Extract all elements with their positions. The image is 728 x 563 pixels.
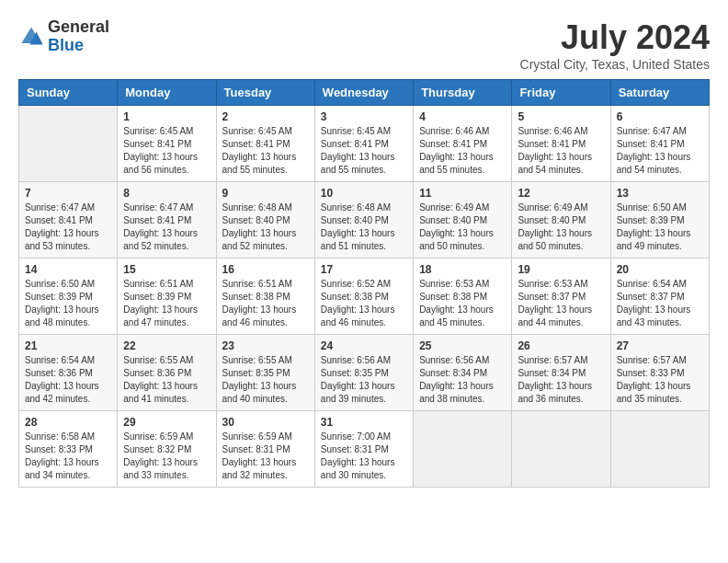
calendar-cell: 27Sunrise: 6:57 AMSunset: 8:33 PMDayligh… xyxy=(610,335,709,411)
calendar-cell: 2Sunrise: 6:45 AMSunset: 8:41 PMDaylight… xyxy=(216,106,314,182)
day-info: Sunrise: 6:53 AMSunset: 8:38 PMDaylight:… xyxy=(419,278,506,329)
day-number: 1 xyxy=(123,110,210,123)
calendar-cell: 14Sunrise: 6:50 AMSunset: 8:39 PMDayligh… xyxy=(19,259,118,335)
day-info: Sunrise: 6:56 AMSunset: 8:35 PMDaylight:… xyxy=(321,354,407,406)
calendar-cell xyxy=(512,411,610,488)
day-info: Sunrise: 6:48 AMSunset: 8:40 PMDaylight:… xyxy=(222,201,309,253)
calendar-cell: 21Sunrise: 6:54 AMSunset: 8:36 PMDayligh… xyxy=(19,335,118,411)
day-info: Sunrise: 6:47 AMSunset: 8:41 PMDaylight:… xyxy=(617,125,703,177)
day-number: 30 xyxy=(222,416,309,429)
day-info: Sunrise: 6:50 AMSunset: 8:39 PMDaylight:… xyxy=(617,201,703,253)
day-number: 24 xyxy=(321,339,407,352)
weekday-header-thursday: Thursday xyxy=(414,80,512,106)
day-number: 7 xyxy=(25,187,111,200)
day-info: Sunrise: 6:59 AMSunset: 8:31 PMDaylight:… xyxy=(222,431,309,482)
calendar-cell: 6Sunrise: 6:47 AMSunset: 8:41 PMDaylight… xyxy=(610,106,709,182)
calendar-week-row: 7Sunrise: 6:47 AMSunset: 8:41 PMDaylight… xyxy=(19,182,710,259)
day-info: Sunrise: 6:45 AMSunset: 8:41 PMDaylight:… xyxy=(222,125,309,177)
day-number: 29 xyxy=(123,416,210,429)
day-info: Sunrise: 6:51 AMSunset: 8:39 PMDaylight:… xyxy=(123,278,210,329)
logo-icon xyxy=(18,24,44,50)
day-info: Sunrise: 6:55 AMSunset: 8:35 PMDaylight:… xyxy=(222,354,309,406)
day-number: 23 xyxy=(222,339,309,352)
calendar-cell: 3Sunrise: 6:45 AMSunset: 8:41 PMDaylight… xyxy=(314,106,413,182)
day-info: Sunrise: 6:55 AMSunset: 8:36 PMDaylight:… xyxy=(123,354,210,406)
day-info: Sunrise: 6:48 AMSunset: 8:40 PMDaylight:… xyxy=(321,201,407,253)
calendar-cell xyxy=(414,411,512,488)
day-info: Sunrise: 6:53 AMSunset: 8:37 PMDaylight:… xyxy=(518,278,604,329)
day-number: 16 xyxy=(222,263,309,276)
weekday-header-friday: Friday xyxy=(512,80,610,106)
day-info: Sunrise: 6:57 AMSunset: 8:33 PMDaylight:… xyxy=(617,354,703,406)
calendar-cell: 24Sunrise: 6:56 AMSunset: 8:35 PMDayligh… xyxy=(314,335,413,411)
calendar-cell: 13Sunrise: 6:50 AMSunset: 8:39 PMDayligh… xyxy=(610,182,709,259)
day-number: 13 xyxy=(617,187,703,200)
day-number: 26 xyxy=(518,339,604,352)
day-number: 8 xyxy=(123,187,210,200)
day-info: Sunrise: 6:49 AMSunset: 8:40 PMDaylight:… xyxy=(419,201,506,253)
day-number: 3 xyxy=(321,110,407,123)
calendar-table: SundayMondayTuesdayWednesdayThursdayFrid… xyxy=(18,79,710,488)
calendar-cell: 25Sunrise: 6:56 AMSunset: 8:34 PMDayligh… xyxy=(414,335,512,411)
calendar-cell: 19Sunrise: 6:53 AMSunset: 8:37 PMDayligh… xyxy=(512,259,610,335)
day-number: 6 xyxy=(617,110,703,123)
day-info: Sunrise: 6:54 AMSunset: 8:36 PMDaylight:… xyxy=(25,354,111,406)
day-number: 22 xyxy=(123,339,210,352)
calendar-cell: 8Sunrise: 6:47 AMSunset: 8:41 PMDaylight… xyxy=(118,182,216,259)
calendar-cell: 26Sunrise: 6:57 AMSunset: 8:34 PMDayligh… xyxy=(512,335,610,411)
day-number: 9 xyxy=(222,187,309,200)
day-number: 12 xyxy=(518,187,604,200)
day-number: 31 xyxy=(321,416,407,429)
day-info: Sunrise: 7:00 AMSunset: 8:31 PMDaylight:… xyxy=(321,431,407,482)
day-number: 10 xyxy=(321,187,407,200)
calendar-cell xyxy=(19,106,118,182)
weekday-header-sunday: Sunday xyxy=(19,80,118,106)
calendar-cell: 4Sunrise: 6:46 AMSunset: 8:41 PMDaylight… xyxy=(414,106,512,182)
logo-blue: Blue xyxy=(48,37,109,55)
calendar-cell: 15Sunrise: 6:51 AMSunset: 8:39 PMDayligh… xyxy=(118,259,216,335)
calendar-cell xyxy=(610,411,709,488)
calendar-cell: 20Sunrise: 6:54 AMSunset: 8:37 PMDayligh… xyxy=(610,259,709,335)
day-number: 28 xyxy=(25,416,111,429)
calendar-cell: 22Sunrise: 6:55 AMSunset: 8:36 PMDayligh… xyxy=(118,335,216,411)
day-number: 14 xyxy=(25,263,111,276)
calendar-week-row: 28Sunrise: 6:58 AMSunset: 8:33 PMDayligh… xyxy=(19,411,710,488)
day-info: Sunrise: 6:59 AMSunset: 8:32 PMDaylight:… xyxy=(123,431,210,482)
calendar-cell: 11Sunrise: 6:49 AMSunset: 8:40 PMDayligh… xyxy=(414,182,512,259)
day-info: Sunrise: 6:46 AMSunset: 8:41 PMDaylight:… xyxy=(419,125,506,177)
day-number: 18 xyxy=(419,263,506,276)
day-info: Sunrise: 6:56 AMSunset: 8:34 PMDaylight:… xyxy=(419,354,506,406)
weekday-header-tuesday: Tuesday xyxy=(216,80,314,106)
day-number: 17 xyxy=(321,263,407,276)
calendar-cell: 31Sunrise: 7:00 AMSunset: 8:31 PMDayligh… xyxy=(314,411,413,488)
calendar-cell: 7Sunrise: 6:47 AMSunset: 8:41 PMDaylight… xyxy=(19,182,118,259)
weekday-header-wednesday: Wednesday xyxy=(314,80,413,106)
calendar-cell: 9Sunrise: 6:48 AMSunset: 8:40 PMDaylight… xyxy=(216,182,314,259)
calendar-cell: 28Sunrise: 6:58 AMSunset: 8:33 PMDayligh… xyxy=(19,411,118,488)
day-info: Sunrise: 6:47 AMSunset: 8:41 PMDaylight:… xyxy=(25,201,111,253)
calendar-cell: 23Sunrise: 6:55 AMSunset: 8:35 PMDayligh… xyxy=(216,335,314,411)
day-info: Sunrise: 6:52 AMSunset: 8:38 PMDaylight:… xyxy=(321,278,407,329)
calendar-cell: 29Sunrise: 6:59 AMSunset: 8:32 PMDayligh… xyxy=(118,411,216,488)
day-info: Sunrise: 6:54 AMSunset: 8:37 PMDaylight:… xyxy=(617,278,703,329)
calendar-cell: 10Sunrise: 6:48 AMSunset: 8:40 PMDayligh… xyxy=(314,182,413,259)
weekday-header-monday: Monday xyxy=(118,80,216,106)
day-info: Sunrise: 6:49 AMSunset: 8:40 PMDaylight:… xyxy=(518,201,604,253)
calendar-week-row: 21Sunrise: 6:54 AMSunset: 8:36 PMDayligh… xyxy=(19,335,710,411)
calendar-header-row: SundayMondayTuesdayWednesdayThursdayFrid… xyxy=(19,80,710,106)
title-block: July 2024 Crystal City, Texas, United St… xyxy=(520,18,710,72)
calendar-cell: 18Sunrise: 6:53 AMSunset: 8:38 PMDayligh… xyxy=(414,259,512,335)
day-info: Sunrise: 6:45 AMSunset: 8:41 PMDaylight:… xyxy=(321,125,407,177)
day-number: 2 xyxy=(222,110,309,123)
day-info: Sunrise: 6:58 AMSunset: 8:33 PMDaylight:… xyxy=(25,431,111,482)
month-year-title: July 2024 xyxy=(520,18,710,57)
day-number: 25 xyxy=(419,339,506,352)
day-info: Sunrise: 6:46 AMSunset: 8:41 PMDaylight:… xyxy=(518,125,604,177)
page-header: General Blue July 2024 Crystal City, Tex… xyxy=(18,18,710,72)
day-number: 19 xyxy=(518,263,604,276)
calendar-cell: 12Sunrise: 6:49 AMSunset: 8:40 PMDayligh… xyxy=(512,182,610,259)
logo-general: General xyxy=(48,18,109,37)
logo-text: General Blue xyxy=(48,18,109,55)
day-info: Sunrise: 6:57 AMSunset: 8:34 PMDaylight:… xyxy=(518,354,604,406)
calendar-week-row: 1Sunrise: 6:45 AMSunset: 8:41 PMDaylight… xyxy=(19,106,710,182)
